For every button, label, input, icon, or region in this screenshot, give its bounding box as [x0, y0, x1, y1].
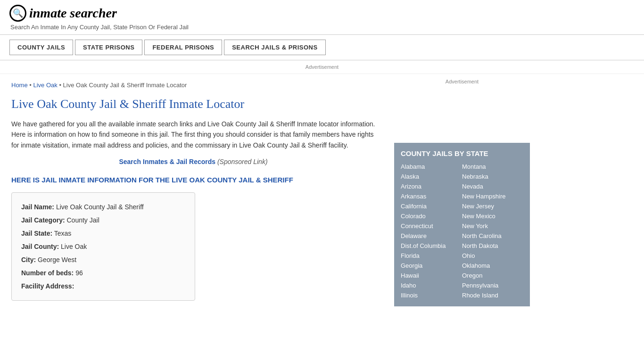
jail-county-value: Live Oak	[61, 243, 87, 250]
state-link[interactable]: Rhode Island	[462, 291, 523, 300]
state-link[interactable]: Dist.of Columbia	[401, 241, 462, 250]
breadcrumb: Home • Live Oak • Live Oak County Jail &…	[11, 82, 375, 89]
logo-icon: 🔍	[9, 5, 26, 22]
state-columns: AlabamaAlaskaArizonaArkansasCaliforniaCo…	[401, 162, 523, 300]
state-link[interactable]: Alaska	[401, 172, 462, 181]
jail-state-label: Jail State:	[21, 230, 52, 237]
county-jails-btn[interactable]: COUNTY JAILS	[9, 40, 73, 55]
logo-area: 🔍 inmate searcher	[9, 5, 635, 22]
jail-county-label: Jail County:	[21, 243, 59, 250]
breadcrumb-live-oak[interactable]: Live Oak	[33, 82, 57, 89]
logo-text: inmate searcher	[29, 6, 117, 21]
state-link[interactable]: Arizona	[401, 182, 462, 191]
state-link[interactable]: Arkansas	[401, 192, 462, 201]
search-link-area: Search Inmates & Jail Records (Sponsored…	[11, 158, 375, 165]
state-prisons-btn[interactable]: STATE PRISONS	[75, 40, 142, 55]
state-link[interactable]: Colorado	[401, 212, 462, 221]
state-link[interactable]: New Jersey	[462, 202, 523, 211]
state-link[interactable]: Idaho	[401, 281, 462, 290]
state-link[interactable]: New Mexico	[462, 212, 523, 221]
state-link[interactable]: New York	[462, 222, 523, 230]
jail-category-label: Jail Category:	[21, 216, 65, 224]
main-layout: Home • Live Oak • Live Oak County Jail &…	[0, 74, 644, 311]
sidebar: Advertisement COUNTY JAILS BY STATE Alab…	[387, 74, 537, 311]
content-area: Home • Live Oak • Live Oak County Jail &…	[0, 74, 387, 311]
state-link[interactable]: Alabama	[401, 162, 462, 171]
facility-address-row: Facility Address:	[21, 280, 185, 293]
header: 🔍 inmate searcher Search An Inmate In An…	[0, 0, 644, 35]
ad-sidebar: Advertisement	[394, 79, 530, 135]
state-link[interactable]: Montana	[462, 162, 523, 171]
state-link[interactable]: Oregon	[462, 271, 523, 280]
ad-bar: Advertisement	[0, 60, 644, 74]
state-link[interactable]: California	[401, 202, 462, 211]
state-link[interactable]: Hawaii	[401, 271, 462, 280]
city-value: George West	[38, 256, 76, 263]
jail-county-row: Jail County: Live Oak	[21, 240, 185, 253]
jail-category-value: County Jail	[66, 216, 99, 224]
state-box: COUNTY JAILS BY STATE AlabamaAlaskaArizo…	[394, 143, 530, 306]
state-col-right: MontanaNebraskaNevadaNew HampshireNew Je…	[462, 162, 523, 300]
city-label: City:	[21, 256, 36, 263]
num-beds-label: Number of beds:	[21, 269, 74, 277]
state-link[interactable]: Pennsylvania	[462, 281, 523, 290]
state-link[interactable]: Georgia	[401, 261, 462, 270]
state-link[interactable]: Florida	[401, 251, 462, 260]
tagline: Search An Inmate In Any County Jail, Sta…	[10, 24, 635, 31]
state-link[interactable]: North Carolina	[462, 231, 523, 240]
federal-prisons-btn[interactable]: FEDERAL PRISONS	[144, 40, 222, 55]
description: We have gathered for you all the availab…	[11, 119, 375, 150]
facility-address-label: Facility Address:	[21, 282, 74, 290]
state-link[interactable]: North Dakota	[462, 241, 523, 250]
state-link[interactable]: Illinois	[401, 291, 462, 300]
jail-state-value: Texas	[54, 230, 72, 237]
search-inmates-link[interactable]: Search Inmates & Jail Records	[119, 158, 215, 165]
jail-name-value: Live Oak County Jail & Sheriff	[56, 203, 144, 211]
info-box: Jail Name: Live Oak County Jail & Sherif…	[11, 192, 195, 301]
state-link[interactable]: Oklahoma	[462, 261, 523, 270]
state-link[interactable]: Nebraska	[462, 172, 523, 181]
breadcrumb-current: Live Oak County Jail & Sheriff Inmate Lo…	[63, 82, 187, 89]
sponsored-label: (Sponsored Link)	[217, 158, 268, 165]
state-link[interactable]: Connecticut	[401, 222, 462, 230]
city-row: City: George West	[21, 253, 185, 266]
jail-category-row: Jail Category: County Jail	[21, 214, 185, 227]
num-beds-row: Number of beds: 96	[21, 266, 185, 280]
inmate-info-heading: HERE IS JAIL INMATE INFORMATION FOR THE …	[11, 175, 375, 185]
state-col-left: AlabamaAlaskaArizonaArkansasCaliforniaCo…	[401, 162, 462, 300]
jail-name-row: Jail Name: Live Oak County Jail & Sherif…	[21, 200, 185, 214]
page-title: Live Oak County Jail & Sheriff Inmate Lo…	[11, 97, 375, 111]
state-link[interactable]: New Hampshire	[462, 192, 523, 201]
state-link[interactable]: Nevada	[462, 182, 523, 191]
state-box-title: COUNTY JAILS BY STATE	[401, 149, 523, 157]
breadcrumb-home[interactable]: Home	[11, 82, 28, 89]
search-jails-btn[interactable]: SEARCH JAILS & PRISONS	[224, 40, 325, 55]
state-link[interactable]: Delaware	[401, 231, 462, 240]
jail-name-label: Jail Name:	[21, 203, 54, 211]
state-link[interactable]: Ohio	[462, 251, 523, 260]
nav-bar: COUNTY JAILS STATE PRISONS FEDERAL PRISO…	[0, 35, 644, 60]
jail-state-row: Jail State: Texas	[21, 227, 185, 240]
num-beds-value: 96	[75, 269, 83, 277]
